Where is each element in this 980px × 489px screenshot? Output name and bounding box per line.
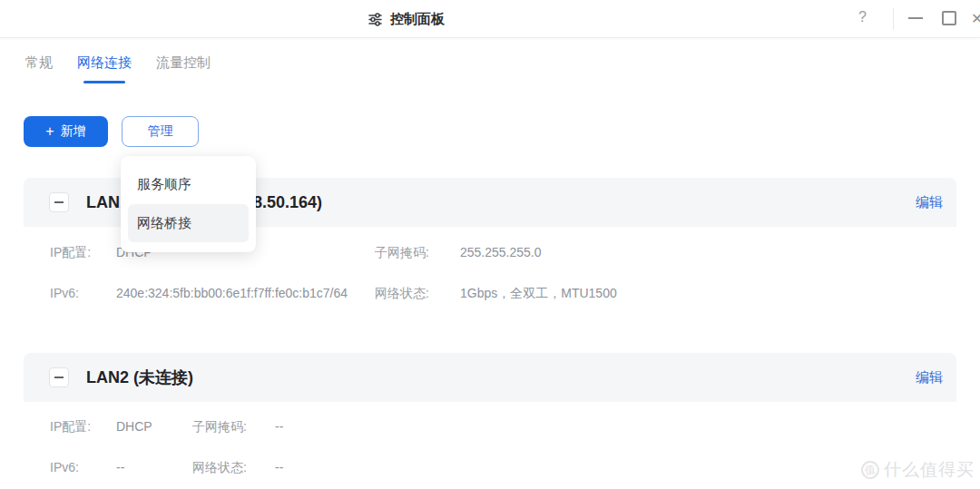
tab-traffic-control[interactable]: 流量控制: [156, 54, 211, 83]
plus-icon: +: [45, 124, 54, 139]
ipv6-label: IPv6:: [50, 460, 79, 474]
lan1-edit-link[interactable]: 编辑: [916, 178, 943, 227]
tab-network-connections-label: 网络连接: [77, 54, 132, 70]
tab-network-connections[interactable]: 网络连接: [77, 54, 132, 83]
titlebar: 控制面板 ? ✕: [0, 0, 980, 38]
lan2-edit-link[interactable]: 编辑: [916, 353, 943, 402]
network-status-label: 网络状态:: [375, 286, 429, 302]
tab-traffic-control-label: 流量控制: [156, 54, 211, 70]
subnet-mask-value: --: [275, 419, 283, 434]
maximize-icon[interactable]: [942, 11, 956, 25]
add-button[interactable]: + 新增: [24, 116, 108, 147]
menu-item-network-bridge[interactable]: 网络桥接: [128, 204, 249, 242]
lan1-detail-row-2: IPv6: 240e:324:5fb:bb00:6e1f:f7ff:fe0c:b…: [24, 286, 956, 300]
subnet-mask-label: 子网掩码:: [192, 419, 247, 435]
smzdm-watermark: 值 什么值得买: [861, 458, 975, 482]
collapse-icon[interactable]: [49, 367, 69, 387]
ip-config-label: IP配置:: [50, 245, 91, 261]
sliders-icon: [368, 12, 383, 27]
minimize-icon[interactable]: [908, 17, 923, 19]
lan2-detail-row-1: IP配置: DHCP 子网掩码: --: [24, 419, 956, 434]
ipv6-value: 240e:324:5fb:bb00:6e1f:f7ff:fe0c:b1c7/64: [116, 286, 348, 300]
ipv6-value: --: [116, 460, 124, 474]
window-title: 控制面板: [390, 11, 445, 28]
subnet-mask-label: 子网掩码:: [375, 245, 429, 261]
titlebar-title-group: 控制面板: [368, 0, 445, 38]
tab-bar: 常规 网络连接 流量控制: [25, 54, 211, 83]
ipv6-label: IPv6:: [50, 286, 79, 300]
ip-config-label: IP配置:: [50, 419, 91, 435]
add-button-label: 新增: [61, 123, 86, 140]
ip-config-value: DHCP: [116, 419, 152, 434]
manage-button[interactable]: 管理: [122, 116, 199, 147]
help-button[interactable]: ?: [858, 9, 867, 25]
interface-card-lan2: LAN2 (未连接) 编辑 IP配置: DHCP 子网掩码: -- IPv6: …: [24, 353, 956, 489]
lan2-detail-row-2: IPv6: -- 网络状态: --: [24, 460, 956, 474]
network-status-value: 1Gbps，全双工，MTU1500: [460, 286, 617, 302]
close-icon[interactable]: ✕: [971, 10, 980, 27]
network-status-value: --: [275, 460, 283, 474]
smzdm-watermark-text: 什么值得买: [884, 458, 975, 482]
manage-button-label: 管理: [148, 123, 173, 140]
manage-dropdown-menu: 服务顺序 网络桥接: [121, 156, 256, 252]
control-panel-window: 控制面板 ? ✕ 常规 网络连接 流量控制 + 新增 管理 LAN1 (已连接)…: [0, 0, 980, 489]
active-tab-underline: [83, 81, 125, 83]
lan2-title: LAN2 (未连接): [86, 353, 193, 402]
lan2-card-header: LAN2 (未连接) 编辑: [24, 353, 956, 402]
tab-general-label: 常规: [25, 54, 53, 70]
collapse-icon[interactable]: [49, 192, 69, 212]
menu-item-service-order[interactable]: 服务顺序: [128, 165, 249, 203]
titlebar-divider: [893, 8, 894, 30]
subnet-mask-value: 255.255.255.0: [460, 245, 542, 259]
tab-general[interactable]: 常规: [25, 54, 53, 83]
network-status-label: 网络状态:: [192, 460, 247, 476]
smzdm-badge-icon: 值: [860, 460, 881, 481]
